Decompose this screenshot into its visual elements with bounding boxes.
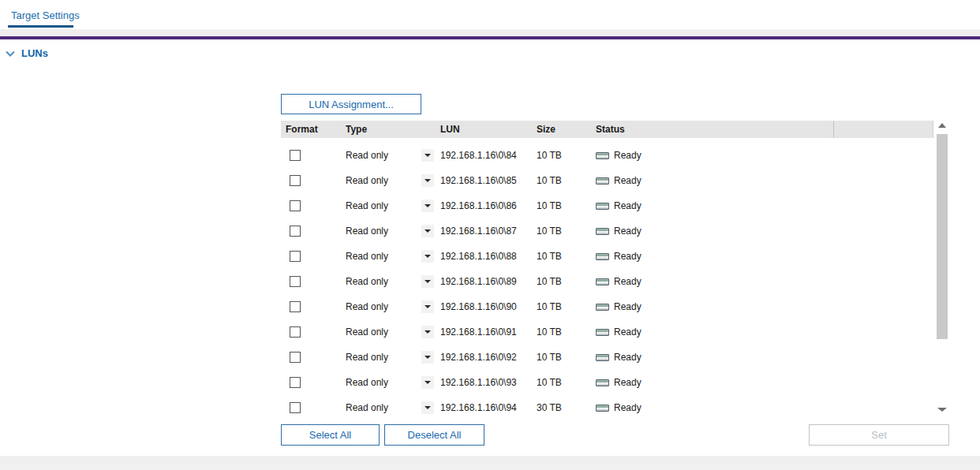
status-cell: Ready xyxy=(596,301,834,312)
lun-cell: 192.168.1.16\0\93 xyxy=(440,377,537,388)
format-checkbox[interactable] xyxy=(290,352,301,363)
lun-drive-icon xyxy=(596,379,609,386)
select-all-button[interactable]: Select All xyxy=(281,424,380,446)
format-checkbox[interactable] xyxy=(290,251,301,262)
type-dropdown-button[interactable] xyxy=(421,351,434,364)
dropdown-arrow-icon xyxy=(425,305,431,308)
type-value: Read only xyxy=(346,276,388,287)
size-cell: 10 TB xyxy=(537,326,596,338)
tab-target-settings[interactable]: Target Settings xyxy=(11,9,80,21)
dropdown-arrow-icon xyxy=(425,154,431,157)
dropdown-arrow-icon xyxy=(425,330,431,334)
tab-bar: Target Settings xyxy=(0,0,980,29)
column-header-status[interactable]: Status xyxy=(596,121,834,138)
scroll-down-icon[interactable] xyxy=(937,408,947,412)
column-header-format[interactable]: Format xyxy=(281,121,346,138)
format-cell xyxy=(281,150,346,161)
lun-value: 192.168.1.16\0\89 xyxy=(440,276,517,287)
format-cell xyxy=(281,301,346,312)
lun-cell: 192.168.1.16\0\85 xyxy=(440,175,537,186)
format-cell xyxy=(281,175,346,186)
status-cell: Ready xyxy=(596,226,834,237)
status-cell: Ready xyxy=(596,175,834,186)
format-cell xyxy=(281,402,346,413)
type-cell: Read only xyxy=(346,402,440,413)
type-dropdown-button[interactable] xyxy=(421,300,434,313)
column-header-lun[interactable]: LUN xyxy=(440,121,537,138)
format-checkbox[interactable] xyxy=(290,276,301,287)
type-dropdown-button[interactable] xyxy=(421,326,434,338)
lun-drive-icon xyxy=(596,203,609,210)
lun-value: 192.168.1.16\0\85 xyxy=(440,175,517,186)
set-button[interactable]: Set xyxy=(809,424,949,446)
status-cell: Ready xyxy=(596,326,834,338)
lun-value: 192.168.1.16\0\87 xyxy=(440,226,517,237)
format-checkbox[interactable] xyxy=(290,326,301,338)
type-value: Read only xyxy=(346,150,388,161)
type-dropdown-button[interactable] xyxy=(421,250,434,263)
chevron-down-icon[interactable] xyxy=(5,48,16,59)
size-value: 10 TB xyxy=(537,276,562,287)
type-dropdown-button[interactable] xyxy=(421,275,434,288)
format-checkbox[interactable] xyxy=(290,200,301,211)
active-tab-underline xyxy=(8,25,73,28)
type-value: Read only xyxy=(346,352,388,363)
format-checkbox[interactable] xyxy=(290,226,301,237)
table-row: Read only 192.168.1.16\0\89 10 TB Ready xyxy=(281,269,933,294)
lun-value: 192.168.1.16\0\92 xyxy=(440,352,517,363)
status-value: Ready xyxy=(614,377,641,388)
type-value: Read only xyxy=(346,301,388,312)
type-cell: Read only xyxy=(346,301,440,312)
type-dropdown-button[interactable] xyxy=(421,376,434,389)
header-strip xyxy=(0,29,980,36)
size-cell: 10 TB xyxy=(537,377,596,388)
status-cell: Ready xyxy=(596,402,834,413)
format-checkbox[interactable] xyxy=(290,377,301,388)
scroll-up-icon[interactable] xyxy=(938,123,946,128)
table-header-row: Format Type LUN Size Status xyxy=(281,121,933,138)
lun-drive-icon xyxy=(596,405,609,412)
format-checkbox[interactable] xyxy=(290,301,301,312)
dropdown-arrow-icon xyxy=(425,229,431,233)
type-dropdown-button[interactable] xyxy=(421,200,434,212)
size-cell: 10 TB xyxy=(537,251,596,262)
size-value: 10 TB xyxy=(537,326,562,338)
format-checkbox[interactable] xyxy=(290,150,301,161)
column-header-size[interactable]: Size xyxy=(537,121,596,138)
lun-drive-icon xyxy=(596,329,609,336)
lun-drive-icon xyxy=(596,177,609,185)
status-value: Ready xyxy=(614,175,641,186)
lun-assignment-button[interactable]: LUN Assignment... xyxy=(281,94,421,114)
size-value: 30 TB xyxy=(537,402,562,413)
lun-drive-icon xyxy=(596,228,609,235)
lun-value: 192.168.1.16\0\84 xyxy=(440,150,517,161)
scrollbar-thumb[interactable] xyxy=(937,134,948,339)
table-scrollbar[interactable] xyxy=(937,121,948,414)
type-dropdown-button[interactable] xyxy=(421,149,434,162)
deselect-all-button[interactable]: Deselect All xyxy=(384,424,484,446)
lun-drive-icon xyxy=(596,253,609,260)
size-value: 10 TB xyxy=(537,377,562,388)
size-cell: 10 TB xyxy=(537,175,596,186)
dropdown-arrow-icon xyxy=(425,406,431,409)
format-checkbox[interactable] xyxy=(290,175,301,186)
type-cell: Read only xyxy=(346,251,440,262)
table-row: Read only 192.168.1.16\0\85 10 TB Ready xyxy=(281,168,933,193)
status-cell: Ready xyxy=(596,150,834,161)
size-value: 10 TB xyxy=(537,175,562,186)
type-dropdown-button[interactable] xyxy=(421,225,434,237)
lun-drive-icon xyxy=(596,152,609,159)
type-dropdown-button[interactable] xyxy=(421,401,434,414)
lun-cell: 192.168.1.16\0\87 xyxy=(440,226,537,237)
type-dropdown-button[interactable] xyxy=(421,174,434,187)
size-cell: 10 TB xyxy=(537,352,596,363)
lun-cell: 192.168.1.16\0\91 xyxy=(440,326,537,338)
column-header-type[interactable]: Type xyxy=(346,121,440,138)
lun-value: 192.168.1.16\0\93 xyxy=(440,377,517,388)
lun-cell: 192.168.1.16\0\92 xyxy=(440,352,537,363)
status-value: Ready xyxy=(614,276,641,287)
format-checkbox[interactable] xyxy=(290,402,301,413)
size-value: 10 TB xyxy=(537,226,562,237)
type-cell: Read only xyxy=(346,150,440,161)
luns-section-header[interactable]: LUNs xyxy=(5,47,48,59)
